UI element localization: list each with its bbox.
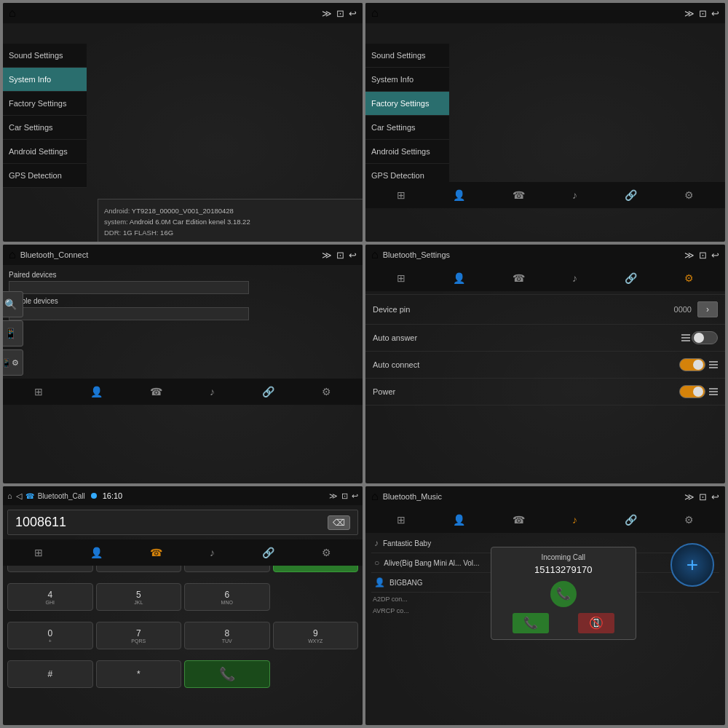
ddr-info: 1G: [123, 229, 132, 237]
up-icon-4[interactable]: ≫: [684, 250, 695, 261]
home-icon-3[interactable]: ⌂: [9, 248, 16, 261]
up-icon-5[interactable]: ≫: [329, 491, 338, 501]
nav6-user-icon[interactable]: 👤: [453, 514, 465, 526]
dial-7[interactable]: 7PQRS: [96, 622, 182, 649]
power-label: Power: [373, 387, 679, 396]
nav3-link-icon[interactable]: 🔗: [262, 386, 274, 397]
bottomnav-3: ⊞ 👤 ☎ ♪ 🔗 ⚙: [3, 379, 363, 405]
sidebar2-sysinfo[interactable]: System Info: [365, 68, 449, 92]
nav3-user-icon[interactable]: 👤: [90, 386, 103, 397]
backspace-dial[interactable]: ⌫: [328, 515, 350, 530]
sidebar-item-car[interactable]: Car Settings: [3, 116, 87, 140]
dial-answer-button[interactable]: 📞: [184, 660, 270, 688]
auto-answer-label: Auto answer: [373, 333, 679, 342]
topbar-title-6: Bluetooth_Music: [383, 492, 680, 501]
nav2-music-icon[interactable]: ♪: [572, 189, 577, 201]
search-bt-button[interactable]: 🔍: [3, 291, 23, 317]
answer-button[interactable]: 📞: [550, 581, 577, 607]
nav4-phone-icon[interactable]: ☎: [513, 272, 525, 284]
back-icon[interactable]: ↩: [349, 8, 357, 19]
sysinfo-content: Android: YT9218_00000_V001_20180428 syst…: [87, 188, 363, 242]
dial-8[interactable]: 8TUV: [184, 622, 270, 649]
nav5-link-icon[interactable]: 🔗: [262, 547, 274, 558]
back-icon-4[interactable]: ↩: [711, 250, 719, 261]
window-icon-3[interactable]: ⊡: [336, 250, 344, 261]
device-pin-arrow[interactable]: ›: [697, 301, 718, 317]
nav5-phone-icon[interactable]: ☎: [150, 547, 162, 558]
back-icon-5[interactable]: ↩: [352, 491, 358, 501]
back-icon-3[interactable]: ↩: [349, 250, 357, 261]
window-icon-4[interactable]: ⊡: [699, 250, 707, 261]
nav4-gear-icon[interactable]: ⚙: [684, 272, 694, 284]
dial-5[interactable]: 5JKL: [96, 583, 182, 611]
nav2-user-icon[interactable]: 👤: [453, 189, 465, 201]
sidebar2-android[interactable]: Android Settings: [365, 140, 449, 164]
phone-icon-5[interactable]: ☎: [25, 492, 34, 500]
nav2-grid-icon[interactable]: ⊞: [397, 189, 405, 201]
sidebar2-factory[interactable]: Factory Settings: [365, 92, 449, 116]
auto-answer-toggle[interactable]: [679, 331, 718, 344]
nav6-gear-icon[interactable]: ⚙: [684, 514, 694, 526]
up-icon-6[interactable]: ≫: [684, 491, 695, 502]
nav6-music-icon[interactable]: ♪: [572, 514, 577, 526]
nav4-link-icon[interactable]: 🔗: [625, 272, 637, 284]
nav6-link-icon[interactable]: 🔗: [625, 514, 637, 526]
home-icon-6[interactable]: ⌂: [371, 490, 379, 503]
window-icon[interactable]: ⊡: [336, 8, 344, 19]
nav4-music-icon[interactable]: ♪: [572, 272, 577, 284]
up-icon[interactable]: ≫: [322, 8, 332, 19]
back-arrow-5[interactable]: ◁: [16, 491, 22, 501]
dial-6[interactable]: 6MNO: [184, 583, 270, 611]
device-pin-value: 0000: [674, 305, 692, 314]
nav5-user-icon[interactable]: 👤: [90, 547, 103, 558]
auto-connect-toggle[interactable]: [679, 358, 718, 371]
sidebar2-sound[interactable]: Sound Settings: [365, 44, 449, 68]
reject-call-button[interactable]: 📵: [578, 613, 614, 633]
nav5-music-icon[interactable]: ♪: [210, 547, 215, 558]
home-icon-4[interactable]: ⌂: [371, 248, 379, 261]
sidebar-item-android[interactable]: Android Settings: [3, 140, 87, 164]
window-icon-2[interactable]: ⊡: [699, 8, 707, 19]
accept-call-button[interactable]: 📞: [513, 613, 549, 633]
dial-0plus[interactable]: 0+: [7, 622, 93, 649]
nav4-user-icon[interactable]: 👤: [453, 272, 465, 284]
sidebar-item-sound[interactable]: Sound Settings: [3, 44, 87, 68]
back-icon-2[interactable]: ↩: [711, 8, 719, 19]
home-icon[interactable]: ⌂: [9, 7, 16, 20]
dial-star[interactable]: *: [96, 660, 182, 688]
nav2-phone-icon[interactable]: ☎: [513, 189, 525, 201]
window-icon-6[interactable]: ⊡: [699, 491, 707, 502]
dial-hash[interactable]: #: [7, 660, 93, 688]
sidebar-item-sysinfo[interactable]: System Info: [3, 68, 87, 92]
home-icon-2[interactable]: ⌂: [371, 7, 379, 20]
window-icon-5[interactable]: ⊡: [341, 491, 348, 501]
back-icon-6[interactable]: ↩: [711, 491, 719, 502]
incoming-number: 15113279170: [500, 564, 627, 575]
nav3-music-icon[interactable]: ♪: [210, 386, 215, 397]
call-number-display: 1008611 ⌫: [7, 510, 358, 535]
nav2-gear-icon[interactable]: ⚙: [684, 189, 694, 201]
nav5-gear-icon[interactable]: ⚙: [322, 547, 331, 558]
nav5-grid-icon[interactable]: ⊞: [34, 547, 43, 558]
power-toggle[interactable]: [679, 385, 718, 398]
phone-bt-button[interactable]: 📱: [3, 320, 23, 347]
topbar-title-4: Bluetooth_Settings: [383, 250, 680, 259]
music-content: ⏮ ▶ ⏭ ♪ Fantastic Baby ○ Alive(Big Bang …: [365, 507, 725, 699]
nav3-gear-icon[interactable]: ⚙: [322, 386, 331, 397]
up-icon-3[interactable]: ≫: [322, 250, 332, 261]
sidebar-item-factory[interactable]: Factory Settings: [3, 92, 87, 116]
nav6-grid-icon[interactable]: ⊞: [397, 514, 405, 526]
nav6-phone-icon[interactable]: ☎: [513, 514, 525, 526]
nav3-phone-icon[interactable]: ☎: [150, 386, 162, 397]
nav4-grid-icon[interactable]: ⊞: [397, 272, 405, 284]
nav3-grid-icon[interactable]: ⊞: [34, 386, 43, 397]
phone-settings-button[interactable]: 📱⚙: [3, 349, 23, 376]
nav2-link-icon[interactable]: 🔗: [625, 189, 637, 201]
sidebar-item-gps[interactable]: GPS Detection: [3, 164, 87, 188]
dial-9[interactable]: 9WXYZ: [273, 622, 359, 649]
dial-4[interactable]: 4GHI: [7, 583, 93, 611]
sidebar2-car[interactable]: Car Settings: [365, 116, 449, 140]
panel-factory-settings: ⌂ ≫ ⊡ ↩ Sound Settings System Info Facto…: [365, 3, 725, 242]
home-icon-5[interactable]: ⌂: [7, 491, 12, 500]
up-icon-2[interactable]: ≫: [684, 8, 695, 19]
